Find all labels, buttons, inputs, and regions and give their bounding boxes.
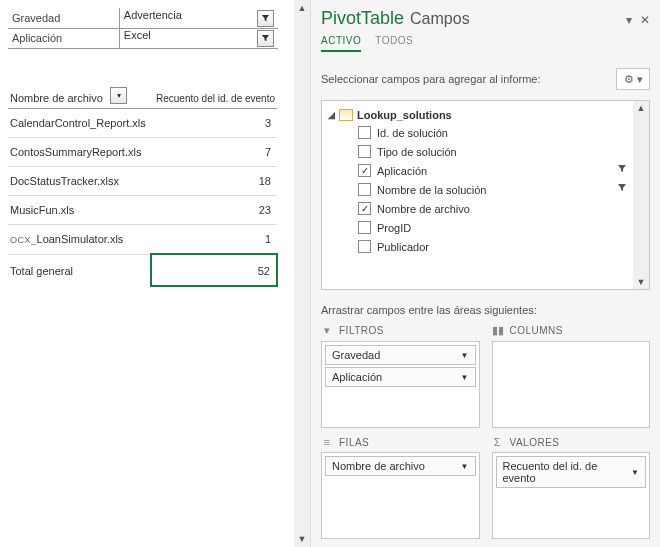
row-header-dropdown[interactable]: ▾ [110,87,127,104]
filters-dropzone[interactable]: Gravedad▼ Aplicación▼ [321,341,480,428]
filter-label: Gravedad [8,8,119,28]
checkbox[interactable] [358,221,371,234]
pivot-data-table: Nombre de archivo ▾ Recuento del id. de … [8,81,278,288]
field-label: Aplicación [377,165,427,177]
checkbox[interactable] [358,145,371,158]
area-filters: ▾FILTROS Gravedad▼ Aplicación▼ [321,324,480,428]
values-dropzone[interactable]: Recuento del id. de evento▼ [492,452,651,539]
field-label: Nombre de archivo [377,203,470,215]
filter-icon[interactable] [617,183,627,193]
checkbox[interactable] [358,164,371,177]
fields-scrollbar[interactable]: ▲ ▼ [633,101,649,289]
checkbox[interactable] [358,183,371,196]
field-label: Nombre de la solución [377,184,486,196]
table-row[interactable]: ContosSummaryReport.xls 7 [8,138,277,167]
table-row[interactable]: DocStatusTracker.xlsx 18 [8,167,277,196]
total-value: 52 [151,254,277,286]
select-fields-label: Seleccionar campos para agregar al infor… [321,73,541,85]
filter-dropdown-gravedad[interactable] [257,10,274,27]
sigma-icon: Σ [492,436,504,448]
fields-list: ◢ Lookup_solutions Id. de solución Tipo … [321,100,650,290]
checkbox[interactable] [358,202,371,215]
pane-subtitle: Campos [410,10,470,28]
filter-value-cell: Advertencia [119,8,278,28]
area-pill[interactable]: Nombre de archivo▼ [325,456,476,476]
scroll-down-icon[interactable]: ▼ [633,275,649,289]
chevron-down-icon[interactable]: ▼ [461,462,469,471]
filter-value: Excel [124,29,151,41]
filter-value: Advertencia [124,9,182,21]
table-name: Lookup_solutions [357,109,452,121]
field-item[interactable]: Nombre de archivo [322,199,649,218]
area-pill[interactable]: Gravedad▼ [325,345,476,365]
checkbox[interactable] [358,240,371,253]
field-item[interactable]: ProgID [322,218,649,237]
field-label: Tipo de solución [377,146,457,158]
area-values: ΣVALORES Recuento del id. de evento▼ [492,436,651,539]
drag-instructions: Arrastrar campos entre las áreas siguien… [321,304,650,316]
columns-dropzone[interactable] [492,341,651,428]
report-filter-table: Gravedad Advertencia Aplicación Excel [8,8,278,49]
chevron-down-icon[interactable]: ▼ [461,373,469,382]
columns-icon: ▮▮ [492,324,504,337]
table-row[interactable]: MusicFun.xls 23 [8,196,277,225]
table-node[interactable]: ◢ Lookup_solutions [322,107,649,123]
filter-label: Aplicación [8,28,119,48]
area-columns: ▮▮COLUMNS [492,324,651,428]
area-pill[interactable]: Aplicación▼ [325,367,476,387]
scroll-up-icon[interactable]: ▲ [633,101,649,115]
value-header: Recuento del id. de evento [151,81,277,109]
table-row[interactable]: CalendarControl_Report.xls 3 [8,109,277,138]
pivottable-fields-pane: PivotTable Campos ▾ ✕ ACTIVO TODOS Selec… [310,0,660,547]
tab-active[interactable]: ACTIVO [321,35,361,52]
filter-dropdown-aplicacion[interactable] [257,30,274,47]
chevron-down-icon[interactable]: ▼ [461,351,469,360]
pane-title: PivotTable [321,8,404,29]
field-item[interactable]: Publicador [322,237,649,256]
gear-icon: ⚙ [624,73,634,86]
filter-value-cell: Excel [119,28,278,48]
tab-all[interactable]: TODOS [375,35,413,52]
tools-button[interactable]: ⚙▾ [616,68,650,90]
total-label: Total general [8,254,151,286]
row-header[interactable]: Nombre de archivo ▾ [8,81,151,109]
close-icon[interactable]: ✕ [640,13,650,27]
area-pill[interactable]: Recuento del id. de evento▼ [496,456,647,488]
filter-icon[interactable] [617,164,627,174]
collapse-icon[interactable]: ◢ [328,110,335,120]
field-label: Id. de solución [377,127,448,139]
field-label: ProgID [377,222,411,234]
scroll-down-icon[interactable]: ▼ [295,532,309,546]
field-item[interactable]: Nombre de la solución [322,180,649,199]
grand-total-row[interactable]: Total general 52 [8,254,277,286]
field-label: Publicador [377,241,429,253]
rows-dropzone[interactable]: Nombre de archivo▼ [321,452,480,539]
chevron-down-icon: ▾ [637,73,643,86]
worksheet-area: Gravedad Advertencia Aplicación Excel No… [0,0,310,547]
pane-tabs: ACTIVO TODOS [321,35,650,52]
field-item[interactable]: Aplicación [322,161,649,180]
area-rows: ≡FILAS Nombre de archivo▼ [321,436,480,539]
scroll-up-icon[interactable]: ▲ [295,1,309,15]
field-item[interactable]: Id. de solución [322,123,649,142]
field-item[interactable]: Tipo de solución [322,142,649,161]
funnel-icon: ▾ [321,324,333,337]
table-row[interactable]: OCX_LoanSimulator.xls 1 [8,225,277,255]
rows-icon: ≡ [321,436,333,448]
vertical-scrollbar[interactable]: ▲ ▼ [294,0,310,547]
chevron-down-icon[interactable]: ▼ [631,468,639,477]
checkbox[interactable] [358,126,371,139]
table-icon [339,109,353,121]
task-pane-options-icon[interactable]: ▾ [626,13,632,27]
